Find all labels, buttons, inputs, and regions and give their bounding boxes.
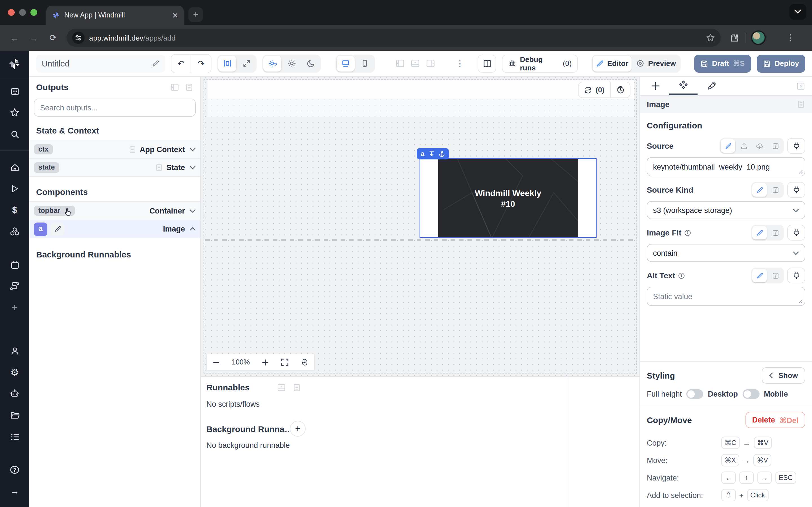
user-icon[interactable] [4, 341, 25, 361]
show-styling-button[interactable]: Show [762, 367, 805, 384]
fullscreen-button[interactable] [238, 55, 255, 71]
help-icon[interactable]: ? [4, 460, 25, 480]
draft-button[interactable]: Draft ⌘S [694, 54, 751, 72]
deploy-button[interactable]: Deploy [756, 54, 805, 72]
documentation-button[interactable] [477, 54, 496, 72]
static-edit-button[interactable] [752, 226, 767, 239]
collapse-panel-icon[interactable] [170, 82, 179, 92]
source-input[interactable]: keynote/thumbnail_weekly_10.png [647, 157, 805, 176]
tab-search-button[interactable] [790, 4, 806, 20]
doc-icon[interactable] [797, 100, 805, 109]
output-row-state[interactable]: state State [29, 158, 200, 177]
toggle-left-panel-icon[interactable] [395, 59, 405, 68]
profile-avatar[interactable] [751, 31, 766, 45]
static-edit-button[interactable] [752, 183, 767, 196]
full-height-mobile-toggle[interactable] [742, 389, 759, 399]
tab-close-icon[interactable]: ✕ [172, 11, 178, 19]
collapse-right-panel-icon[interactable] [790, 76, 812, 95]
browser-menu-icon[interactable]: ⋮ [786, 33, 795, 43]
theme-dark-button[interactable] [302, 55, 320, 71]
workspace-icon[interactable] [4, 81, 25, 101]
search-outputs-input[interactable]: Search outputs... [34, 99, 196, 117]
output-row-a[interactable]: a Image [29, 220, 200, 238]
windmill-logo[interactable] [8, 57, 21, 70]
desktop-view-button[interactable] [337, 55, 355, 71]
resources-cubes-icon[interactable] [4, 221, 25, 242]
theme-light-button[interactable] [283, 55, 301, 71]
redo-button[interactable]: ↷ [191, 54, 211, 72]
output-row-ctx[interactable]: ctx App Context [29, 140, 200, 158]
ctx-badge[interactable]: ctx [34, 144, 53, 155]
flows-route-icon[interactable] [4, 276, 25, 296]
more-options-icon[interactable]: ⋮ [456, 58, 464, 68]
connect-plug-button[interactable] [787, 138, 805, 154]
url-text[interactable]: app.windmill.dev/apps/add [89, 34, 702, 42]
expand-arrow-icon[interactable]: → [4, 481, 25, 501]
tab-component-settings[interactable] [669, 76, 698, 95]
eval-f-button[interactable]: f [768, 183, 783, 196]
runs-play-icon[interactable] [4, 179, 25, 199]
anchor-icon[interactable] [439, 151, 445, 157]
close-window-button[interactable] [8, 9, 15, 16]
tab-styling-brush[interactable] [698, 76, 726, 95]
home-icon[interactable] [4, 157, 25, 177]
reload-button[interactable]: ⟳ [45, 30, 61, 46]
upload-button[interactable] [737, 139, 751, 153]
zoom-in-button[interactable] [262, 358, 269, 366]
site-settings-icon[interactable] [72, 32, 85, 44]
theme-auto-button[interactable] [263, 55, 282, 71]
toggle-bottom-panel-icon[interactable] [410, 59, 420, 68]
undo-button[interactable]: ↶ [171, 54, 191, 72]
tab-insert-component[interactable] [641, 76, 669, 95]
maximize-window-button[interactable] [31, 9, 37, 16]
settings-gear-icon[interactable]: ⚙ [4, 362, 25, 383]
debug-runs-button[interactable]: Debug runs (0) [502, 54, 578, 72]
app-canvas[interactable]: (0) a [201, 76, 640, 376]
add-icon[interactable]: + [4, 297, 25, 318]
add-background-runnable-button[interactable]: + [290, 421, 306, 437]
chevron-down-icon[interactable] [190, 166, 196, 170]
topbar-badge[interactable]: topbar [34, 206, 75, 216]
mobile-view-button[interactable] [356, 55, 374, 71]
minimize-window-button[interactable] [19, 9, 26, 16]
bookmark-star-icon[interactable] [706, 33, 715, 42]
image-component-a[interactable]: Windmill Weekly #10 [419, 158, 597, 238]
delete-component-button[interactable]: Delete ⌘Del [746, 412, 805, 428]
extensions-icon[interactable] [730, 33, 739, 43]
cloud-upload-button[interactable] [752, 139, 767, 153]
doc-icon[interactable] [185, 82, 193, 92]
url-bar[interactable]: app.windmill.dev/apps/add [66, 29, 721, 47]
refresh-components-button[interactable]: (0) [578, 82, 611, 98]
connect-plug-button[interactable] [787, 225, 805, 240]
zoom-out-button[interactable] [213, 358, 220, 366]
logs-list-icon[interactable] [4, 427, 25, 447]
center-align-button[interactable] [218, 55, 236, 71]
state-badge[interactable]: state [34, 163, 59, 173]
connect-plug-button[interactable] [787, 182, 805, 198]
editor-tab[interactable]: Editor [593, 55, 632, 71]
back-button[interactable]: ← [7, 30, 22, 46]
connect-plug-button[interactable] [787, 268, 805, 283]
doc-icon[interactable] [292, 383, 301, 392]
workers-robot-icon[interactable] [4, 384, 25, 404]
resize-handle[interactable] [799, 299, 803, 304]
output-row-topbar[interactable]: topbar Container [29, 201, 200, 220]
resize-handle[interactable] [799, 170, 803, 174]
eval-f-button[interactable]: f [768, 226, 783, 239]
fit-to-screen-button[interactable] [281, 358, 289, 366]
image-fit-select[interactable]: contain [647, 244, 805, 262]
history-button[interactable] [611, 86, 630, 94]
rename-component-button[interactable] [51, 222, 64, 236]
browser-tab[interactable]: New App | Windmill ✕ [46, 6, 184, 25]
a-badge[interactable]: a [34, 222, 47, 236]
static-edit-button[interactable] [752, 269, 767, 282]
full-height-desktop-toggle[interactable] [687, 389, 703, 399]
forward-button[interactable]: → [26, 30, 42, 46]
favorites-star-icon[interactable] [4, 103, 25, 123]
chevron-up-icon[interactable] [190, 227, 196, 231]
preview-tab[interactable]: Preview [633, 55, 679, 71]
pan-button[interactable] [301, 358, 308, 366]
topbar-container-component[interactable] [207, 80, 634, 99]
chevron-down-icon[interactable] [190, 147, 196, 151]
search-icon[interactable] [4, 124, 25, 144]
